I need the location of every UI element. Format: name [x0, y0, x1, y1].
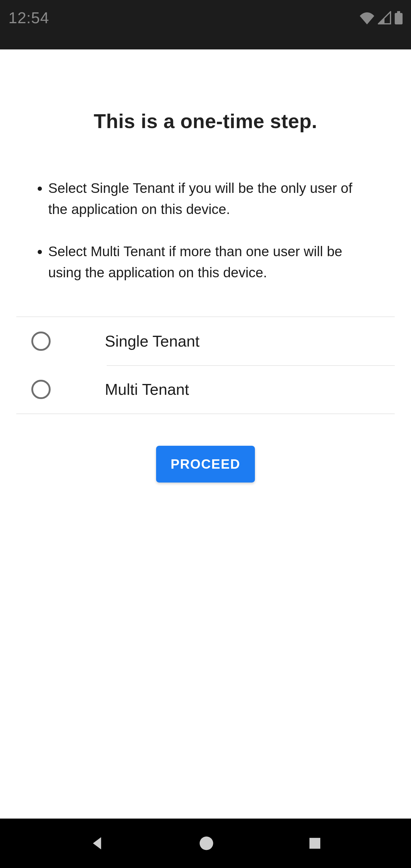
- option-separator: [107, 365, 395, 366]
- status-bar: 12:54: [0, 0, 411, 36]
- instruction-item: Select Multi Tenant if more than one use…: [48, 241, 375, 283]
- recents-icon[interactable]: [308, 836, 322, 850]
- option-label: Single Tenant: [105, 332, 199, 350]
- page-title: This is a one-time step.: [0, 50, 411, 133]
- home-icon[interactable]: [198, 835, 215, 851]
- cellular-signal-icon: [378, 11, 391, 24]
- svg-rect-3: [310, 838, 320, 849]
- navigation-bar: [0, 818, 411, 868]
- radio-icon[interactable]: [31, 332, 51, 351]
- tenant-options: Single Tenant Multi Tenant: [16, 316, 395, 414]
- option-single-tenant[interactable]: Single Tenant: [16, 317, 395, 365]
- status-icons: [360, 11, 403, 24]
- option-multi-tenant[interactable]: Multi Tenant: [16, 365, 395, 413]
- wifi-icon: [360, 12, 374, 24]
- option-label: Multi Tenant: [105, 380, 189, 398]
- proceed-button[interactable]: PROCEED: [156, 446, 255, 483]
- svg-rect-0: [397, 11, 400, 13]
- status-clock: 12:54: [8, 9, 49, 27]
- svg-point-2: [199, 837, 213, 850]
- instructions-list: Select Single Tenant if you will be the …: [0, 133, 411, 316]
- battery-icon: [395, 11, 403, 24]
- app-content: This is a one-time step. Select Single T…: [0, 50, 411, 818]
- svg-rect-1: [395, 13, 403, 24]
- radio-icon[interactable]: [31, 380, 51, 399]
- instruction-item: Select Single Tenant if you will be the …: [48, 178, 375, 220]
- back-icon[interactable]: [89, 835, 105, 851]
